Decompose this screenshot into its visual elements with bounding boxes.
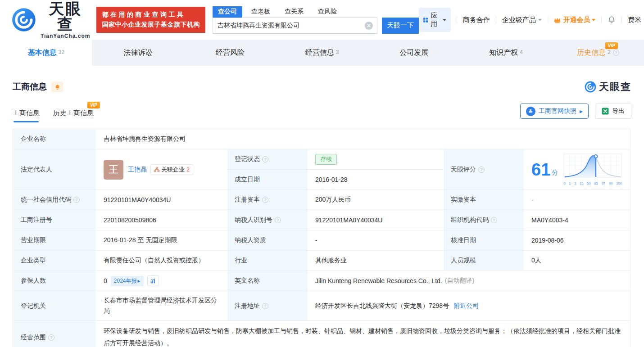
value-business-scope: 环保设备研发与销售，废旧纺织品研发与销售，防寒大棚被加工与销售，时装、针织品、钢… bbox=[96, 321, 630, 347]
top-right-nav: 应用 商务合作 企业级产品 开通会员 费米 bbox=[419, 8, 644, 32]
open-vip-label: 开通会员 bbox=[563, 16, 590, 24]
tab-basic-info[interactable]: 基本信息 32 bbox=[0, 40, 92, 66]
help-icon[interactable]: ? bbox=[613, 50, 619, 56]
credit-code-label: 统一社会信用代码 bbox=[21, 196, 71, 204]
divider bbox=[496, 17, 496, 23]
search-tab-relation[interactable]: 查关系 bbox=[279, 6, 309, 18]
subtab-business-info[interactable]: 工商信息 bbox=[13, 109, 40, 122]
label-business-scope: 经营范围 ? bbox=[13, 321, 96, 347]
tab-intellectual-property[interactable]: 知识产权 4 bbox=[460, 40, 552, 66]
value-taxpayer-id: 91220101MA0Y40034U bbox=[308, 210, 443, 230]
enterprise-products-label: 企业级产品 bbox=[502, 16, 536, 24]
tab-label: 公司发展 bbox=[399, 48, 428, 58]
nearby-companies-link[interactable]: 附近公司 bbox=[454, 302, 479, 310]
related-label: 关联企业 bbox=[161, 166, 185, 174]
help-icon[interactable]: ? bbox=[262, 156, 268, 162]
search-tabs: 查公司 查老板 查关系 查风险 bbox=[213, 6, 419, 18]
org-chart-icon bbox=[154, 167, 159, 172]
search-input[interactable] bbox=[213, 18, 377, 34]
label-taxpayer-id: 纳税人识别号 ? bbox=[227, 210, 308, 230]
business-scope-label: 经营范围 bbox=[21, 333, 46, 342]
tab-operating-risk[interactable]: 经营风险 bbox=[184, 40, 276, 66]
tab-count: 4 bbox=[520, 49, 523, 55]
value-org-code: MA0Y4003-4 bbox=[524, 210, 630, 230]
help-icon[interactable]: ? bbox=[478, 167, 485, 173]
tyc-score-label: 天眼评分 bbox=[451, 166, 476, 174]
monitor-bell-button[interactable] bbox=[51, 81, 63, 92]
bell-icon bbox=[608, 16, 616, 24]
value-insured-count: 0 2024年报 ▸ bbox=[96, 271, 227, 291]
apps-menu-button[interactable]: 应用 bbox=[419, 8, 451, 32]
value-english-name: Jilin Kunteng Renewable Resources Co., L… bbox=[308, 271, 630, 291]
subtab-history-business-info[interactable]: VIP 历史工商信息 bbox=[53, 109, 94, 122]
tab-legal-proceedings[interactable]: 法律诉讼 bbox=[92, 40, 184, 66]
value-company-name: 吉林省坤腾再生资源有限公司 bbox=[96, 129, 630, 149]
tab-count: 2 bbox=[608, 49, 611, 55]
legal-rep-name-link[interactable]: 王艳晶 bbox=[128, 166, 147, 174]
search-submit-button[interactable]: 天眼一下 bbox=[382, 18, 419, 34]
tab-company-development[interactable]: 公司发展 bbox=[368, 40, 460, 66]
insured-trend-button[interactable] bbox=[147, 275, 159, 286]
stamp-icon bbox=[526, 107, 535, 116]
value-industry: 其他服务业 bbox=[308, 251, 443, 270]
value-reg-status: 存续 bbox=[308, 149, 443, 169]
related-companies-badge[interactable]: 关联企业 2 bbox=[150, 164, 193, 175]
value-establish-date: 2016-01-28 bbox=[308, 170, 443, 189]
value-credit-code: 91220101MA0Y40034U bbox=[96, 190, 227, 210]
search-tab-company[interactable]: 查公司 bbox=[213, 6, 242, 18]
label-english-name: 英文名称 bbox=[227, 271, 308, 291]
label-staff-size: 人员规模 bbox=[443, 251, 524, 270]
notification-bell[interactable] bbox=[608, 16, 616, 24]
help-icon[interactable]: ? bbox=[48, 334, 54, 341]
label-business-term: 营业期限 bbox=[13, 230, 96, 250]
company-nav-tabs: 基本信息 32 法律诉讼 经营风险 经营信息 3 公司发展 知识产权 4 VIP… bbox=[0, 40, 644, 66]
help-icon[interactable]: ? bbox=[262, 303, 268, 309]
value-reg-authority: 长春市市场监督管理局经济技术开发区分局 bbox=[96, 291, 227, 320]
english-name-text: Jilin Kunteng Renewable Resources Co., L… bbox=[315, 277, 442, 284]
search-tab-risk[interactable]: 查风险 bbox=[313, 6, 342, 18]
help-icon[interactable]: ? bbox=[491, 217, 497, 223]
excel-icon bbox=[602, 108, 609, 115]
value-tyc-score[interactable]: 61 分 bbox=[524, 149, 630, 189]
clear-search-icon[interactable] bbox=[365, 22, 373, 30]
slogan-line1: 都在用的商业查询工具 bbox=[102, 10, 200, 20]
value-approve-date: 2019-08-06 bbox=[524, 230, 630, 250]
help-icon[interactable]: ? bbox=[73, 197, 80, 203]
divider bbox=[548, 17, 548, 23]
label-taxpayer-quality: 纳税人资质 bbox=[227, 230, 308, 250]
biz-cooperation-link[interactable]: 商务合作 bbox=[463, 16, 490, 24]
label-approve-date: 核准日期 bbox=[443, 230, 524, 250]
label-tyc-score: 天眼评分 ? bbox=[443, 149, 524, 189]
value-paid-capital: - bbox=[524, 190, 630, 210]
value-reg-capital: 200万人民币 bbox=[308, 190, 443, 210]
chevron-down-icon bbox=[592, 19, 595, 23]
help-icon[interactable]: ? bbox=[262, 197, 268, 203]
brand-slogan: 都在用的商业查询工具 国家中小企业发展子基金旗下机构 bbox=[96, 7, 205, 32]
label-company-name: 企业名称 bbox=[13, 129, 96, 149]
search-tab-boss[interactable]: 查老板 bbox=[246, 6, 276, 18]
tab-operating-info[interactable]: 经营信息 3 bbox=[276, 40, 368, 66]
enterprise-products-menu[interactable]: 企业级产品 bbox=[502, 16, 542, 24]
help-icon[interactable]: ? bbox=[275, 217, 281, 223]
apps-label: 应用 bbox=[431, 11, 440, 28]
tianyancha-logo-icon bbox=[585, 81, 596, 93]
tab-count: 32 bbox=[58, 49, 64, 55]
tab-count: 3 bbox=[336, 49, 339, 55]
legal-rep-avatar[interactable]: 王 bbox=[104, 160, 123, 180]
annual-report-badge[interactable]: 2024年报 ▸ bbox=[111, 276, 144, 286]
annual-report-label: 2024年报 bbox=[114, 277, 137, 285]
divider bbox=[457, 17, 457, 23]
tab-label: 基本信息 bbox=[27, 48, 56, 58]
site-logo[interactable]: 天眼查 TianYanCha.com bbox=[12, 1, 90, 39]
label-credit-code: 统一社会信用代码 ? bbox=[13, 190, 96, 210]
value-staff-size: 0人 bbox=[524, 251, 630, 270]
official-snapshot-button[interactable]: 工商官网快照 ▸ bbox=[520, 104, 589, 119]
export-button[interactable]: 导出 bbox=[595, 104, 631, 119]
label-insured-count: 参保人数 bbox=[13, 271, 96, 291]
apps-grid-icon bbox=[423, 17, 428, 23]
open-vip-menu[interactable]: 开通会员 bbox=[553, 16, 595, 24]
user-menu[interactable]: 费米 bbox=[628, 16, 644, 24]
business-info-table: 企业名称 吉林省坤腾再生资源有限公司 法定代表人 王 王艳晶 关联企业 2 bbox=[13, 129, 630, 347]
label-establish-date: 成立日期 bbox=[227, 170, 308, 189]
tab-history-info[interactable]: VIP 历史信息 2 ? bbox=[552, 40, 644, 66]
